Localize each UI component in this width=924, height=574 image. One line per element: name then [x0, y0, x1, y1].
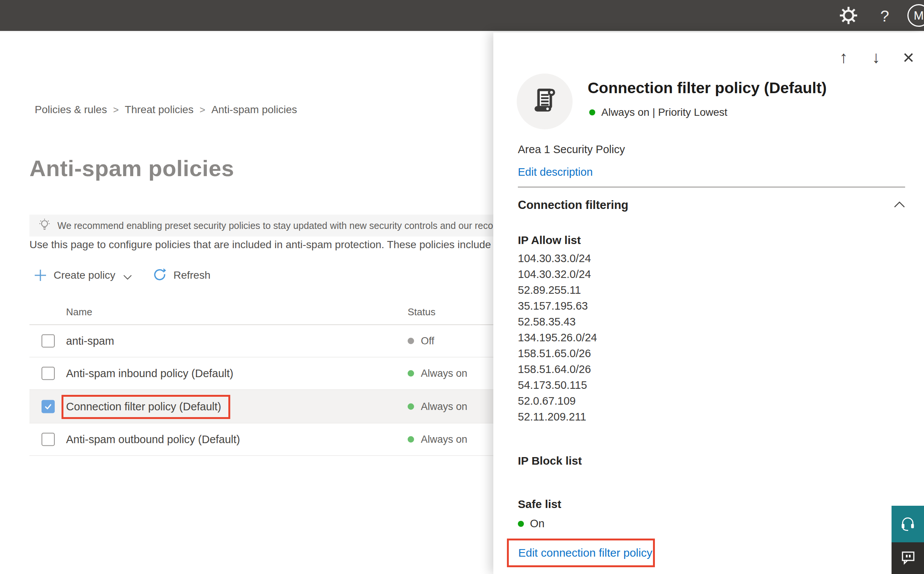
table-row-outbound-policy[interactable]: Anti-spam outbound policy (Default) Alwa… — [29, 424, 506, 456]
status-dot-on — [408, 436, 414, 443]
divider — [518, 187, 905, 188]
recommendation-banner: We recommend enabling preset security po… — [29, 214, 506, 237]
flyout-status-text: Always on | Priority Lowest — [601, 106, 727, 118]
topbar: ? M — [0, 0, 924, 32]
ip-entry: 52.11.209.211 — [518, 409, 597, 425]
close-icon[interactable]: × — [900, 47, 916, 67]
edit-connection-filter-policy-link[interactable]: Edit connection filter policy — [518, 546, 652, 559]
previous-item-arrow-up-icon[interactable]: ↑ — [836, 47, 851, 67]
toolbar: Create policy Refresh — [34, 265, 210, 286]
section-connection-filtering[interactable]: Connection filtering — [518, 199, 905, 212]
flyout-controls: ↑ ↓ × — [836, 47, 916, 67]
policy-icon-circle — [517, 74, 573, 129]
row-checkbox-checked[interactable] — [41, 400, 55, 413]
breadcrumb-policies-rules[interactable]: Policies & rules — [35, 104, 107, 116]
headset-icon — [899, 515, 916, 534]
plus-icon — [34, 269, 47, 282]
banner-text: We recommend enabling preset security po… — [57, 220, 506, 231]
breadcrumb: Policies & rules > Threat policies > Ant… — [35, 104, 297, 116]
refresh-button[interactable]: Refresh — [153, 267, 210, 284]
ip-entry: 52.0.67.109 — [518, 393, 597, 409]
ip-entry: 104.30.33.0/24 — [518, 251, 597, 266]
page-description: Use this page to configure policies that… — [29, 239, 506, 251]
column-header-name[interactable]: Name — [66, 306, 92, 318]
safe-list-status: On — [518, 517, 545, 530]
table-row-connection-filter-policy[interactable]: Connection filter policy (Default) Alway… — [29, 390, 506, 424]
ip-entry: 52.58.35.43 — [518, 314, 597, 330]
safe-list-status-label: On — [530, 517, 545, 530]
status-dot-on — [589, 109, 595, 115]
status-label: Always on — [421, 401, 467, 412]
ip-allow-list: 104.30.33.0/24 104.30.32.0/24 52.89.255.… — [518, 251, 597, 425]
ip-block-list-title: IP Block list — [518, 454, 582, 467]
ip-entry: 35.157.195.63 — [518, 298, 597, 314]
help-button[interactable]: ? — [874, 0, 895, 32]
status-cell: Always on — [408, 368, 467, 379]
page-title: Anti-spam policies — [29, 155, 234, 181]
table-row-inbound-policy[interactable]: Anti-spam inbound policy (Default) Alway… — [29, 358, 506, 390]
policy-name: Anti-spam outbound policy (Default) — [66, 433, 240, 446]
ip-allow-list-title: IP Allow list — [518, 234, 581, 247]
status-cell: Always on — [408, 434, 467, 445]
safe-list-title: Safe list — [518, 498, 561, 511]
breadcrumb-separator: > — [200, 104, 205, 116]
policy-table: Name Status anti-spam Off Anti-spam inbo… — [29, 298, 506, 456]
lightbulb-icon — [38, 218, 51, 233]
next-item-arrow-down-icon[interactable]: ↓ — [868, 47, 884, 67]
status-label: Always on — [421, 368, 467, 379]
ip-entry: 52.89.255.11 — [518, 282, 597, 298]
policy-description: Area 1 Security Policy — [518, 144, 625, 156]
row-checkbox[interactable] — [41, 367, 55, 380]
section-title: Connection filtering — [518, 199, 628, 212]
status-label: Always on — [421, 434, 467, 445]
gear-icon — [839, 6, 858, 27]
status-dot-on — [408, 403, 414, 410]
status-cell: Always on — [408, 401, 467, 412]
question-mark-icon: ? — [880, 7, 889, 25]
status-dot-on — [408, 371, 414, 377]
row-checkbox[interactable] — [41, 334, 55, 348]
refresh-label: Refresh — [173, 269, 210, 281]
status-dot-on — [518, 521, 524, 527]
policy-name: Connection filter policy (Default) — [66, 400, 221, 413]
feedback-speech-bubble-icon — [899, 549, 916, 567]
table-header: Name Status — [29, 298, 506, 325]
ip-entry: 54.173.50.115 — [518, 377, 597, 393]
ip-entry: 134.195.26.0/24 — [518, 330, 597, 345]
avatar-initial: M — [914, 9, 924, 23]
ip-entry: 104.30.32.0/24 — [518, 266, 597, 282]
flyout-status-line: Always on | Priority Lowest — [589, 106, 727, 118]
chevron-down-icon — [123, 270, 132, 282]
table-row-anti-spam[interactable]: anti-spam Off — [29, 325, 506, 358]
breadcrumb-anti-spam-policies[interactable]: Anti-spam policies — [211, 104, 297, 116]
status-dot-off — [408, 338, 414, 344]
status-cell: Off — [408, 335, 434, 347]
create-policy-button[interactable]: Create policy — [34, 268, 132, 282]
policy-name: Anti-spam inbound policy (Default) — [66, 367, 233, 380]
row-checkbox[interactable] — [41, 433, 55, 446]
ip-entry: 158.51.64.0/26 — [518, 361, 597, 377]
settings-button[interactable] — [838, 0, 859, 32]
edit-description-link[interactable]: Edit description — [518, 166, 593, 178]
account-avatar[interactable]: M — [907, 4, 924, 27]
refresh-icon — [153, 267, 166, 284]
column-header-status[interactable]: Status — [408, 306, 435, 318]
feedback-widget-button[interactable] — [892, 542, 924, 574]
policy-name: anti-spam — [66, 335, 114, 347]
annotation-highlight-box: Edit connection filter policy — [507, 539, 655, 567]
create-policy-label: Create policy — [54, 269, 115, 281]
status-label: Off — [421, 335, 434, 347]
flyout-title: Connection filter policy (Default) — [588, 79, 905, 97]
chevron-up-icon[interactable] — [894, 201, 905, 209]
details-flyout: ↑ ↓ × Connection filter policy (Default)… — [493, 32, 924, 574]
breadcrumb-separator: > — [113, 104, 119, 116]
breadcrumb-threat-policies[interactable]: Threat policies — [125, 104, 194, 116]
scroll-policy-icon — [529, 85, 560, 118]
support-widget-button[interactable] — [892, 506, 924, 542]
ip-entry: 158.51.65.0/26 — [518, 345, 597, 361]
